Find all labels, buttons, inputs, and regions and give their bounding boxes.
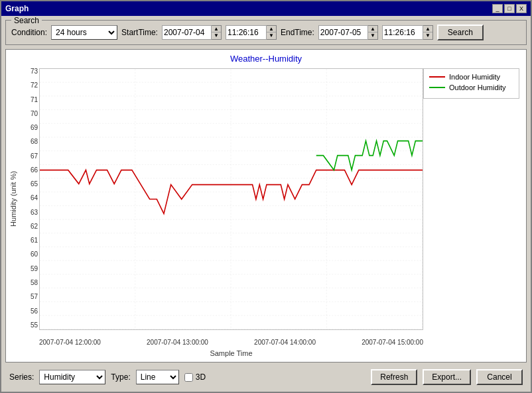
export-button[interactable]: Export...: [423, 369, 471, 385]
series-select[interactable]: Humidity Temperature: [39, 370, 105, 384]
end-time-down[interactable]: ▼: [423, 32, 432, 39]
y-label-63: 63: [31, 209, 38, 216]
chart-svg-container: [39, 68, 423, 330]
content-area: Search Condition: 24 hours 12 hours 6 ho…: [1, 16, 531, 392]
end-time-spin-buttons: ▲ ▼: [423, 25, 433, 40]
y-label-57: 57: [31, 294, 38, 300]
y-axis-labels: 73 72 71 70 69 68 67 66 65 64 63 62 61 6…: [19, 68, 38, 329]
start-time-up[interactable]: ▲: [267, 26, 276, 32]
condition-label: Condition:: [11, 28, 47, 37]
y-axis-title-container: Humidity (unit %): [7, 68, 19, 329]
end-date-up[interactable]: ▲: [368, 26, 377, 32]
x-axis-title-container: Sample Time: [39, 349, 423, 358]
chart-area: Weather--Humidity Humidity (unit %) 73 7…: [5, 49, 527, 363]
window-title: Graph: [5, 4, 29, 13]
search-group-label: Search: [11, 16, 42, 25]
bottom-bar: Series: Humidity Temperature Type: Line …: [5, 366, 527, 388]
start-time-down[interactable]: ▼: [267, 32, 276, 39]
type-label: Type:: [111, 372, 130, 382]
svg-rect-3: [40, 69, 423, 329]
main-window: Graph _ □ X Search Condition: 24 hours 1…: [0, 0, 532, 393]
start-time-input[interactable]: [226, 25, 267, 40]
start-date-down[interactable]: ▼: [212, 32, 221, 39]
end-date-input[interactable]: [318, 25, 368, 40]
search-group: Search Condition: 24 hours 12 hours 6 ho…: [5, 20, 527, 45]
start-date-up[interactable]: ▲: [212, 26, 221, 32]
x-label-1200: 2007-07-04 12:00:00: [39, 339, 101, 346]
start-time-label: StartTime:: [121, 28, 158, 37]
y-label-67: 67: [31, 153, 38, 160]
x-axis-labels: 2007-07-04 12:00:00 2007-07-04 13:00:00 …: [39, 339, 423, 346]
y-axis-title: Humidity (unit %): [9, 171, 17, 227]
end-time-input[interactable]: [382, 25, 423, 40]
end-date-down[interactable]: ▼: [368, 32, 377, 39]
x-label-1500: 2007-07-04 15:00:00: [362, 339, 423, 346]
y-label-68: 68: [31, 139, 38, 145]
legend-line-outdoor: [429, 87, 445, 88]
search-row: Condition: 24 hours 12 hours 6 hours 1 h…: [11, 25, 521, 40]
end-time-spinner[interactable]: ▲ ▼: [382, 25, 433, 40]
y-label-70: 70: [31, 111, 38, 117]
end-date-spinner[interactable]: ▲ ▼: [318, 25, 378, 40]
y-label-58: 58: [31, 280, 38, 286]
end-date-spin-buttons: ▲ ▼: [368, 25, 378, 40]
start-date-input[interactable]: [162, 25, 212, 40]
minimize-button[interactable]: _: [492, 4, 503, 13]
y-label-65: 65: [31, 181, 38, 188]
end-time-label: EndTime:: [281, 28, 314, 37]
x-label-1300: 2007-07-04 13:00:00: [147, 339, 208, 346]
start-time-spinner[interactable]: ▲ ▼: [226, 25, 277, 40]
y-label-59: 59: [31, 266, 38, 272]
x-axis-title: Sample Time: [210, 349, 252, 357]
close-button[interactable]: X: [516, 4, 527, 13]
start-time-spin-buttons: ▲ ▼: [267, 25, 277, 40]
y-label-73: 73: [31, 68, 38, 75]
y-label-55: 55: [31, 322, 38, 329]
y-label-64: 64: [31, 195, 38, 201]
end-time-up[interactable]: ▲: [423, 26, 432, 32]
cancel-button[interactable]: Cancel: [476, 369, 523, 385]
y-label-60: 60: [31, 251, 38, 258]
y-label-62: 62: [31, 223, 38, 230]
chart-legend: Indoor Humidity Outdoor Humidity: [423, 68, 519, 99]
search-button[interactable]: Search: [437, 25, 484, 40]
series-label: Series:: [9, 372, 34, 382]
legend-item-indoor: Indoor Humidity: [429, 73, 513, 81]
refresh-button[interactable]: Refresh: [371, 369, 417, 385]
type-select[interactable]: Line Bar: [136, 370, 179, 384]
legend-item-outdoor: Outdoor Humidity: [429, 84, 513, 91]
chart-title: Weather--Humidity: [6, 50, 526, 65]
y-label-56: 56: [31, 308, 38, 315]
3d-text: 3D: [196, 372, 206, 382]
y-label-72: 72: [31, 82, 38, 89]
maximize-button[interactable]: □: [504, 4, 515, 13]
condition-select[interactable]: 24 hours 12 hours 6 hours 1 hour Custom: [51, 25, 117, 40]
legend-label-outdoor: Outdoor Humidity: [449, 84, 506, 91]
3d-label: 3D: [184, 372, 206, 382]
chart-svg: [40, 69, 423, 329]
start-date-spin-buttons: ▲ ▼: [212, 25, 222, 40]
y-label-71: 71: [31, 97, 38, 103]
x-label-1400: 2007-07-04 14:00:00: [254, 339, 316, 346]
legend-line-indoor: [429, 76, 445, 78]
y-label-69: 69: [31, 125, 38, 131]
start-date-spinner[interactable]: ▲ ▼: [162, 25, 222, 40]
3d-checkbox[interactable]: [184, 373, 193, 382]
y-label-61: 61: [31, 237, 38, 244]
legend-label-indoor: Indoor Humidity: [449, 73, 500, 81]
title-bar: Graph _ □ X: [1, 1, 531, 16]
title-bar-controls: _ □ X: [492, 4, 527, 13]
y-label-66: 66: [31, 167, 38, 174]
